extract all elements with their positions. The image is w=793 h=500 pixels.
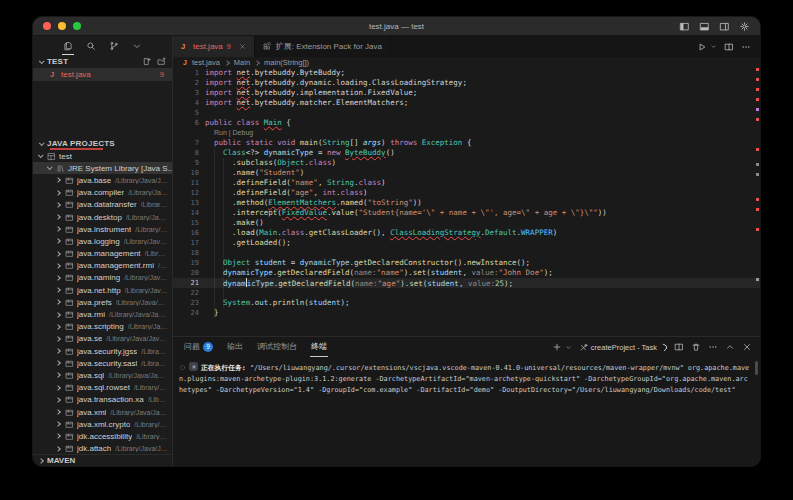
code-editor[interactable]: 1import net.bytebuddy.ByteBuddy;2import … <box>173 68 760 336</box>
plus-button[interactable] <box>552 342 562 352</box>
tree-item-java.sql[interactable]: java.sql/Library/Java/JavaVirtualMachine… <box>33 369 172 381</box>
code-line-11[interactable]: 11 .defineField("name", String.class) <box>173 178 760 188</box>
new-file-button[interactable] <box>142 57 151 66</box>
tree-item-java.instrument[interactable]: java.instrument/Library/Java/JavaVirtual… <box>33 223 172 235</box>
overview-ruler[interactable] <box>753 68 760 336</box>
settings-gear-button[interactable] <box>739 21 750 32</box>
tree-item-java.rmi[interactable]: java.rmi/Library/Java/JavaVirtualMachine… <box>33 308 172 320</box>
terminal-output[interactable]: 正在执行任务: "/Users/liuwangyang/.cursor/exte… <box>173 357 760 466</box>
code-line-1[interactable]: 1import net.bytebuddy.ByteBuddy; <box>173 68 760 78</box>
tree-item-java.xml[interactable]: java.xml/Library/Java/JavaVirtualMachine… <box>33 406 172 418</box>
code-line-23[interactable]: 23 System.out.println(student); <box>173 298 760 308</box>
explorer-section-header[interactable]: TEST <box>33 55 172 68</box>
code-line-19[interactable]: 19 Object student = dynamicType.getDecla… <box>173 258 760 268</box>
tree-item-java.compiler[interactable]: java.compiler/Library/Java/JavaVirtualMa… <box>33 187 172 199</box>
code-line-10[interactable]: 10 .name("Student") <box>173 168 760 178</box>
panel-tab-output[interactable]: 输出 <box>226 337 244 357</box>
tree-item-test[interactable]: test <box>33 150 172 162</box>
breadcrumb-item[interactable]: main(String[]) <box>264 58 309 67</box>
close-window-button[interactable] <box>43 22 51 30</box>
maven-section-title: MAVEN <box>47 456 75 465</box>
split-editor-button[interactable] <box>674 342 684 352</box>
maven-section-header[interactable]: MAVEN <box>33 454 172 466</box>
code-line-8[interactable]: 8 Class<?> dynamicType = new ByteBuddy() <box>173 148 760 158</box>
tree-item-java.management.rmi[interactable]: java.management.rmi/Library/Java/JavaVir… <box>33 260 172 272</box>
split-editor-button[interactable] <box>724 42 734 52</box>
tree-item-java.management[interactable]: java.management/Library/Java/JavaVirtual… <box>33 248 172 260</box>
code-line-13[interactable]: 13 .method(ElementMatchers.named("toStri… <box>173 198 760 208</box>
codelens-run-debug[interactable]: Run | Debug <box>173 128 760 138</box>
panel-tab-debug-console[interactable]: 调试控制台 <box>256 337 298 357</box>
tree-item-label: java.se <box>77 334 102 343</box>
tree-item-java.logging[interactable]: java.logging/Library/Java/JavaVirtualMac… <box>33 235 172 247</box>
code-line-6[interactable]: 6public class Main { <box>173 118 760 128</box>
code-line-24[interactable]: 24 } <box>173 308 760 318</box>
activity-files-button[interactable] <box>63 41 73 51</box>
java-project-icon <box>47 152 56 161</box>
tree-item-jdk.attach[interactable]: jdk.attach/Library/Java/JavaVirtualMachi… <box>33 443 172 455</box>
code-line-22[interactable]: 22 <box>173 288 760 298</box>
code-line-21[interactable]: 21 dynamicType.getDeclaredField(name:"ag… <box>173 278 760 288</box>
tree-item-jre-system-library-java-s...[interactable]: JRE System Library [Java S... <box>33 162 172 174</box>
layout-panel-button[interactable] <box>699 21 710 32</box>
tab-extensions[interactable]: 扩展: Extension Pack for Java <box>255 36 391 57</box>
new-folder-button[interactable] <box>157 57 166 66</box>
tree-item-java.xml.crypto[interactable]: java.xml.crypto/Library/Java/JavaVirtual… <box>33 418 172 430</box>
tree-item-java.se[interactable]: java.se/Library/Java/JavaVirtualMachines <box>33 333 172 345</box>
tree-item-java.naming[interactable]: java.naming/Library/Java/JavaVirtualMach… <box>33 272 172 284</box>
tree-item-java.sql.rowset[interactable]: java.sql.rowset/Library/Java/JavaVirtual… <box>33 382 172 394</box>
breadcrumb-item[interactable]: Main <box>234 58 250 67</box>
activity-chevron-down-button[interactable] <box>132 41 142 51</box>
close-tab-icon[interactable] <box>239 43 246 50</box>
code-line-18[interactable]: 18 <box>173 248 760 258</box>
code-line-4[interactable]: 4import net.bytebuddy.matcher.ElementMat… <box>173 98 760 108</box>
java-projects-section-header[interactable]: JAVA PROJECTS <box>33 137 172 150</box>
breadcrumb[interactable]: Jtest.javaMainmain(String[]) <box>173 57 760 68</box>
code-line-14[interactable]: 14 .intercept(FixedValue.value("Student{… <box>173 208 760 218</box>
code-line-12[interactable]: 12 .defineField("age", int.class) <box>173 188 760 198</box>
minimize-window-button[interactable] <box>58 22 66 30</box>
panel-tab-terminal[interactable]: 终端 <box>310 337 328 357</box>
tree-item-path: /Library/Java/JavaVirtualMachines <box>106 335 168 342</box>
code-line-20[interactable]: 20 dynamicType.getDeclaredField(name:"na… <box>173 268 760 278</box>
code-line-15[interactable]: 15 .make() <box>173 218 760 228</box>
layout-sidebar-left-button[interactable] <box>679 21 690 32</box>
zoom-window-button[interactable] <box>73 22 81 30</box>
tree-item-java.scripting[interactable]: java.scripting/Library/Java/JavaVirtualM… <box>33 321 172 333</box>
tab-test-java[interactable]: Jtest.java9 <box>173 36 255 57</box>
panel-tab-label: 调试控制台 <box>257 341 297 352</box>
breadcrumb-item[interactable]: test.java <box>192 58 220 67</box>
tree-item-java.net.http[interactable]: java.net.http/Library/Java/JavaVirtualMa… <box>33 284 172 296</box>
code-line-3[interactable]: 3import net.bytebuddy.implementation.Fix… <box>173 88 760 98</box>
tree-item-java.base[interactable]: java.base/Library/Java/JavaVirtualMachin… <box>33 174 172 186</box>
trash-button[interactable] <box>691 342 701 352</box>
code-line-9[interactable]: 9 .subclass(Object.class) <box>173 158 760 168</box>
file-item-test.java[interactable]: Jtest.java9 <box>33 68 172 81</box>
chevron-small-button[interactable] <box>569 344 572 351</box>
terminal-scrollbar[interactable] <box>755 361 758 375</box>
activity-git-branch-button[interactable] <box>109 41 119 51</box>
tree-item-jdk.accessibility[interactable]: jdk.accessibility/Library/Java/JavaVirtu… <box>33 430 172 442</box>
chevron-small-button[interactable] <box>714 43 717 50</box>
chevron-up-button[interactable] <box>725 342 735 352</box>
terminal-task-indicator[interactable]: createProject - Task <box>579 343 667 352</box>
code-line-2[interactable]: 2import net.bytebuddy.dynamic.loading.Cl… <box>173 78 760 88</box>
tree-item-java.prefs[interactable]: java.prefs/Library/Java/JavaVirtualMachi… <box>33 296 172 308</box>
code-line-16[interactable]: 16 .load(Main.class.getClassLoader(), Cl… <box>173 228 760 238</box>
tree-item-path: /Library/Java/JavaVirtualMachines <box>134 384 168 391</box>
tree-item-java.desktop[interactable]: java.desktop/Library/Java/JavaVirtualMac… <box>33 211 172 223</box>
code-line-17[interactable]: 17 .getLoaded(); <box>173 238 760 248</box>
tree-item-java.security.sasl[interactable]: java.security.sasl/Library/Java/JavaVirt… <box>33 357 172 369</box>
layout-sidebar-right-button[interactable] <box>719 21 730 32</box>
more-button[interactable] <box>741 42 751 52</box>
code-line-5[interactable]: 5 <box>173 108 760 118</box>
more-button[interactable] <box>708 342 718 352</box>
tree-item-java.transaction.xa[interactable]: java.transaction.xa/Library/Java/JavaVir… <box>33 394 172 406</box>
activity-search-button[interactable] <box>86 41 96 51</box>
play-button[interactable] <box>697 42 707 52</box>
panel-tab-problems[interactable]: 问题9 <box>183 337 214 357</box>
close-button[interactable] <box>742 342 752 352</box>
tree-item-java.security.jgss[interactable]: java.security.jgss/Library/Java/JavaVirt… <box>33 345 172 357</box>
code-line-7[interactable]: 7 public static void main(String[] args)… <box>173 138 760 148</box>
tree-item-java.datatransfer[interactable]: java.datatransfer/Library/Java/JavaVirtu… <box>33 199 172 211</box>
